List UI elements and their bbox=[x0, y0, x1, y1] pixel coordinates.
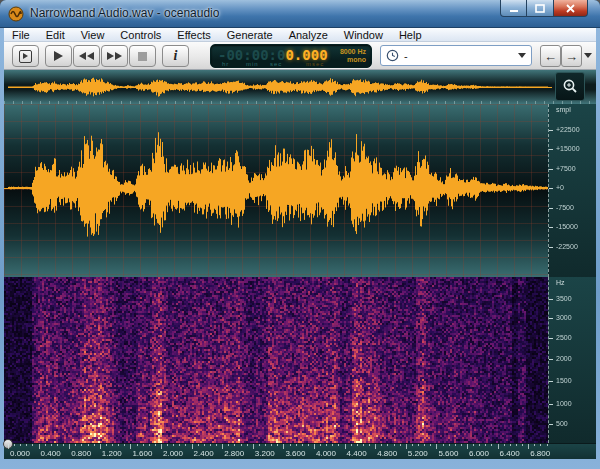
frequency-unit: Hz bbox=[556, 279, 565, 286]
play-button[interactable] bbox=[45, 45, 72, 67]
ruler-tick bbox=[283, 444, 284, 449]
ruler-tick bbox=[510, 444, 511, 446]
frequency-label: 2500 bbox=[556, 334, 572, 341]
format-info: 8000 Hz mono bbox=[340, 48, 366, 64]
amplitude-label: -15000 bbox=[556, 223, 578, 230]
ruler-tick bbox=[247, 444, 248, 446]
ruler-tick bbox=[39, 444, 40, 449]
menu-item-controls[interactable]: Controls bbox=[112, 28, 169, 42]
ruler-tick bbox=[443, 444, 444, 446]
ruler-tick bbox=[394, 444, 395, 446]
maximize-button[interactable] bbox=[527, 0, 553, 17]
ruler-label: 4.000 bbox=[316, 449, 336, 458]
menu-item-window[interactable]: Window bbox=[336, 28, 391, 42]
ruler-tick bbox=[430, 444, 431, 446]
ruler-tick bbox=[198, 444, 199, 446]
history-combobox-value: - bbox=[404, 50, 518, 62]
menu-item-effects[interactable]: Effects bbox=[169, 28, 218, 42]
ruler-tick bbox=[234, 444, 235, 446]
ruler-tick bbox=[534, 444, 535, 446]
ruler-tick bbox=[118, 444, 119, 446]
ruler-tick bbox=[149, 444, 150, 446]
menu-item-analyze[interactable]: Analyze bbox=[281, 28, 336, 42]
ruler-tick bbox=[351, 444, 352, 446]
ruler-tick bbox=[522, 444, 523, 446]
waveform-view[interactable] bbox=[4, 104, 548, 277]
ruler-label: 2.800 bbox=[224, 449, 244, 458]
ruler-label: 6.000 bbox=[469, 449, 489, 458]
ruler-tick bbox=[75, 444, 76, 446]
spectrogram-view[interactable] bbox=[4, 277, 548, 443]
ruler-tick bbox=[302, 444, 303, 446]
frequency-tick bbox=[549, 424, 553, 425]
ruler-tick bbox=[314, 444, 315, 449]
menu-item-generate[interactable]: Generate bbox=[219, 28, 281, 42]
amplitude-label: +15000 bbox=[556, 145, 580, 152]
sample-rate: 8000 Hz bbox=[340, 48, 366, 56]
skip-forward-button[interactable] bbox=[101, 45, 128, 67]
ruler-label: 1.600 bbox=[132, 449, 152, 458]
stop-button[interactable] bbox=[129, 45, 156, 67]
ruler-tick bbox=[547, 444, 548, 446]
minimize-button[interactable] bbox=[500, 0, 527, 17]
ruler-tick bbox=[69, 444, 70, 449]
ruler-tick bbox=[424, 444, 425, 446]
ruler-label: 3.200 bbox=[255, 449, 275, 458]
navigate-forward-button[interactable]: → bbox=[561, 45, 582, 67]
play-icon bbox=[54, 51, 63, 61]
ruler-tick bbox=[94, 444, 95, 446]
ruler-tick bbox=[296, 444, 297, 446]
waveform-canvas[interactable] bbox=[4, 104, 548, 277]
amplitude-tick bbox=[549, 247, 553, 248]
ruler-tick bbox=[320, 444, 321, 446]
ruler-tick bbox=[357, 444, 358, 446]
ruler-tick bbox=[63, 444, 64, 446]
spectrogram-canvas[interactable] bbox=[4, 277, 548, 443]
amplitude-tick bbox=[549, 208, 553, 209]
ruler-label: 0.000 bbox=[10, 449, 30, 458]
time-ruler[interactable]: 0.0000.4000.8001.2001.6002.0002.4002.800… bbox=[4, 443, 596, 459]
play-selection-button[interactable] bbox=[12, 45, 39, 67]
frequency-tick bbox=[549, 381, 553, 382]
window-frame: FileEditViewControlsEffectsGenerateAnaly… bbox=[0, 28, 600, 469]
history-combobox[interactable]: - bbox=[380, 45, 532, 66]
title-bar[interactable]: Narrowband Audio.wav - ocenaudio bbox=[0, 0, 600, 28]
ruler-label: 3.600 bbox=[285, 449, 305, 458]
amplitude-tick bbox=[549, 130, 553, 131]
menu-item-view[interactable]: View bbox=[73, 28, 113, 42]
ruler-tick bbox=[228, 444, 229, 446]
ruler-tick bbox=[81, 444, 82, 446]
waveform-overview[interactable] bbox=[4, 70, 596, 104]
frequency-label: 500 bbox=[556, 420, 568, 427]
navigate-menu-caret[interactable] bbox=[584, 53, 592, 58]
ruler-label: 2.000 bbox=[163, 449, 183, 458]
overview-canvas[interactable] bbox=[4, 70, 564, 104]
ruler-tick bbox=[277, 444, 278, 446]
amplitude-tick bbox=[549, 227, 553, 228]
ruler-label: 1.200 bbox=[102, 449, 122, 458]
amplitude-label: +7500 bbox=[556, 165, 576, 172]
ruler-label: 6.400 bbox=[500, 449, 520, 458]
stop-icon bbox=[138, 52, 147, 61]
skip-backward-button[interactable] bbox=[73, 45, 100, 67]
ruler-tick bbox=[143, 444, 144, 446]
zoom-button[interactable] bbox=[555, 72, 585, 101]
ruler-tick bbox=[179, 444, 180, 446]
navigate-back-button[interactable]: ← bbox=[540, 45, 561, 67]
frequency-tick bbox=[549, 318, 553, 319]
menu-item-file[interactable]: File bbox=[4, 28, 38, 42]
menu-item-edit[interactable]: Edit bbox=[38, 28, 73, 42]
info-button[interactable]: i bbox=[162, 45, 189, 67]
ruler-tick bbox=[332, 444, 333, 446]
ruler-tick bbox=[173, 444, 174, 446]
info-icon: i bbox=[174, 48, 178, 64]
frequency-label: 2000 bbox=[556, 355, 572, 362]
close-button[interactable] bbox=[553, 0, 588, 17]
menu-item-help[interactable]: Help bbox=[391, 28, 430, 42]
ruler-tick bbox=[406, 444, 407, 449]
ruler-tick bbox=[412, 444, 413, 446]
ruler-tick bbox=[167, 444, 168, 446]
ruler-tick bbox=[436, 444, 437, 449]
ruler-tick bbox=[112, 444, 113, 446]
amplitude-tick bbox=[549, 169, 553, 170]
